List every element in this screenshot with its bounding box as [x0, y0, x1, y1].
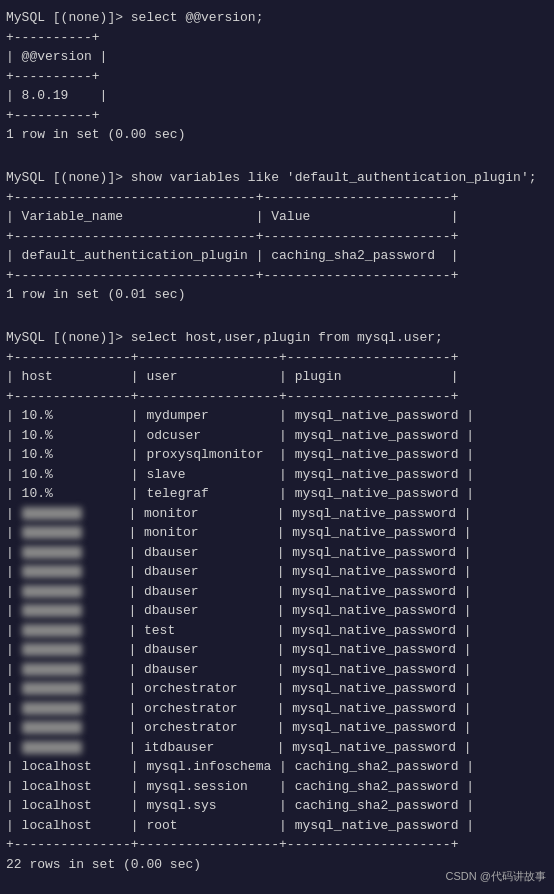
- users-border-mid: +---------------+------------------+----…: [6, 387, 548, 407]
- blurred-host: ██████: [22, 526, 82, 539]
- rowcount2: 1 row in set (0.01 sec): [6, 285, 548, 305]
- table-row-blurred: | ██████ | monitor | mysql_native_passwo…: [6, 504, 548, 524]
- table-row: | localhost | root | mysql_native_passwo…: [6, 816, 548, 836]
- rowcount1: 1 row in set (0.00 sec): [6, 125, 548, 145]
- cmd-auth: MySQL [(none)]> show variables like 'def…: [6, 168, 548, 188]
- blurred-host: ██████: [22, 643, 82, 656]
- blurred-host: ██████: [22, 585, 82, 598]
- table-row: | 10.% | odcuser | mysql_native_password…: [6, 426, 548, 446]
- table-row: | localhost | mysql.infoschema | caching…: [6, 757, 548, 777]
- table-row: | 10.% | mydumper | mysql_native_passwor…: [6, 406, 548, 426]
- table-row: | localhost | mysql.session | caching_sh…: [6, 777, 548, 797]
- block-users: MySQL [(none)]> select host,user,plugin …: [6, 309, 548, 875]
- cmd-users: MySQL [(none)]> select host,user,plugin …: [6, 328, 548, 348]
- value-version: | 8.0.19 |: [6, 86, 548, 106]
- empty-line1: [6, 149, 548, 169]
- table-row: | localhost | mysql.sys | caching_sha2_p…: [6, 796, 548, 816]
- blurred-host: ██████: [22, 546, 82, 559]
- auth-border1: +-------------------------------+-------…: [6, 188, 548, 208]
- blurred-host: ██████: [22, 565, 82, 578]
- table-row-blurred: | ██████ | dbauser | mysql_native_passwo…: [6, 582, 548, 602]
- auth-border3: +-------------------------------+-------…: [6, 266, 548, 286]
- blurred-host: ██████: [22, 604, 82, 617]
- table-row-blurred: | ██████ | orchestrator | mysql_native_p…: [6, 699, 548, 719]
- table-row: | 10.% | telegraf | mysql_native_passwor…: [6, 484, 548, 504]
- blurred-host: ██████: [22, 624, 82, 637]
- table-row-blurred: | ██████ | orchestrator | mysql_native_p…: [6, 718, 548, 738]
- border3: +----------+: [6, 106, 548, 126]
- blurred-host: ██████: [22, 741, 82, 754]
- table-row-blurred: | ██████ | monitor | mysql_native_passwo…: [6, 523, 548, 543]
- table-row-blurred: | ██████ | orchestrator | mysql_native_p…: [6, 679, 548, 699]
- blurred-host: ██████: [22, 663, 82, 676]
- table-row-blurred: | ██████ | itdbauser | mysql_native_pass…: [6, 738, 548, 758]
- table-row-blurred: | ██████ | dbauser | mysql_native_passwo…: [6, 660, 548, 680]
- users-header: | host | user | plugin |: [6, 367, 548, 387]
- blurred-host: ██████: [22, 721, 82, 734]
- table-row: | 10.% | slave | mysql_native_password |: [6, 465, 548, 485]
- border1: +----------+: [6, 28, 548, 48]
- block-version: MySQL [(none)]> select @@version; +-----…: [6, 8, 548, 145]
- auth-header: | Variable_name | Value |: [6, 207, 548, 227]
- watermark: CSDN @代码讲故事: [446, 869, 546, 884]
- empty-line2: [6, 309, 548, 329]
- auth-border2: +-------------------------------+-------…: [6, 227, 548, 247]
- table-row-blurred: | ██████ | dbauser | mysql_native_passwo…: [6, 640, 548, 660]
- cmd-version: MySQL [(none)]> select @@version;: [6, 8, 548, 28]
- blurred-host: ██████: [22, 507, 82, 520]
- users-border-top: +---------------+------------------+----…: [6, 348, 548, 368]
- header-version: | @@version |: [6, 47, 548, 67]
- table-row-blurred: | ██████ | dbauser | mysql_native_passwo…: [6, 543, 548, 563]
- table-row-blurred: | ██████ | dbauser | mysql_native_passwo…: [6, 601, 548, 621]
- table-row-blurred: | ██████ | test | mysql_native_password …: [6, 621, 548, 641]
- users-border-bottom: +---------------+------------------+----…: [6, 835, 548, 855]
- blurred-host: ██████: [22, 682, 82, 695]
- table-row-blurred: | ██████ | dbauser | mysql_native_passwo…: [6, 562, 548, 582]
- blurred-host: ██████: [22, 702, 82, 715]
- block-auth-plugin: MySQL [(none)]> show variables like 'def…: [6, 149, 548, 305]
- border2: +----------+: [6, 67, 548, 87]
- terminal: MySQL [(none)]> select @@version; +-----…: [6, 8, 548, 874]
- auth-row: | default_authentication_plugin | cachin…: [6, 246, 548, 266]
- table-row: | 10.% | proxysqlmonitor | mysql_native_…: [6, 445, 548, 465]
